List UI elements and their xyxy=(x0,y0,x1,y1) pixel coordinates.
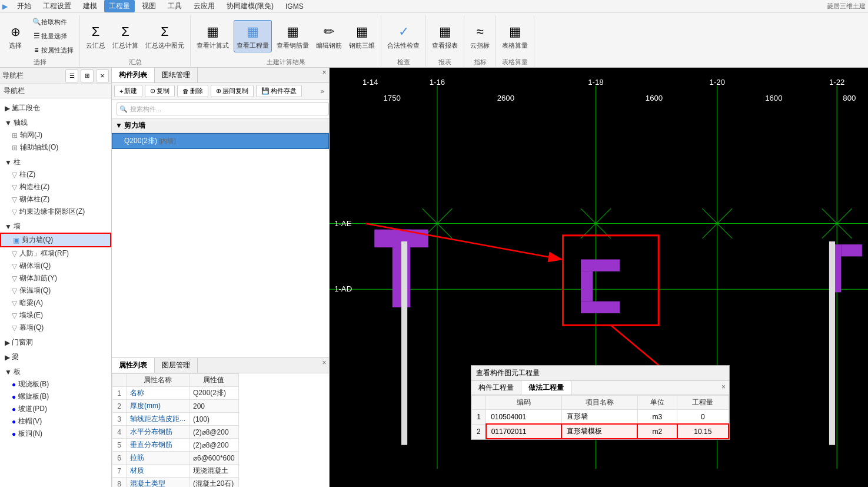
ribbon-group-label-calc: 土建计算结果 xyxy=(267,57,305,67)
tab-layer-mgmt[interactable]: 图层管理 xyxy=(155,358,198,373)
sidebar-list-btn[interactable]: ☰ xyxy=(65,69,78,82)
tab-drawing-mgmt[interactable]: 图纸管理 xyxy=(155,68,198,82)
sidebar-item-insulation-wall[interactable]: ▽ 保温墙(Q) xyxy=(0,284,111,297)
prop-row-num: 6 xyxy=(112,452,127,465)
btn-summary-selected[interactable]: Σ 汇总选中图元 xyxy=(143,21,187,52)
calc-formula-icon: ▦ xyxy=(204,22,222,41)
btn-delete-component[interactable]: 🗑 删除 xyxy=(177,85,208,97)
sidebar-item-slab-opening[interactable]: ● 板洞(N) xyxy=(0,428,111,440)
menu-collab[interactable]: 协同建模(限免) xyxy=(222,0,278,12)
prop-value[interactable]: (混凝土20石) xyxy=(189,478,239,488)
prop-value[interactable]: (2)⌀8@200 xyxy=(189,439,239,452)
tree-section-axis-header[interactable]: ▼ 轴线 xyxy=(0,117,111,129)
btn-select[interactable]: ⊕ 选择 xyxy=(4,21,27,52)
sidebar-item-cast-slab[interactable]: ● 现浇板(B) xyxy=(0,378,111,390)
comp-item-q200[interactable]: Q200(2排) [内墙] xyxy=(112,133,329,149)
menu-tools[interactable]: 工具 xyxy=(163,0,187,12)
sidebar-item-masonry-wall[interactable]: ▽ 砌体墙(Q) xyxy=(0,260,111,272)
btn-floor-copy[interactable]: ⊕ 层间复制 xyxy=(211,85,254,97)
tab-method-qty[interactable]: 做法工程量 xyxy=(521,381,571,395)
sidebar-close-btn[interactable]: × xyxy=(96,69,109,82)
sidebar-item-ramp[interactable]: ● 坡道(PD) xyxy=(0,403,111,415)
menu-engineering[interactable]: 工程量 xyxy=(104,0,135,12)
tree-section-beam-header[interactable]: ▶ 梁 xyxy=(0,351,111,363)
expand-icon[interactable]: » xyxy=(320,87,324,95)
prop-value[interactable]: (2)⌀8@200 xyxy=(189,426,239,439)
info-panel: 查看构件图元工程量 构件工程量 做法工程量 × 编码 项目名称 单位 工程量 xyxy=(471,365,730,440)
tab-component-list[interactable]: 构件列表 xyxy=(112,68,155,82)
tab-props-list[interactable]: 属性列表 xyxy=(112,358,155,373)
menu-start[interactable]: 开始 xyxy=(12,0,36,12)
svg-text:2600: 2600 xyxy=(497,94,514,102)
btn-table-qty[interactable]: ▦ 表格算量 xyxy=(500,21,530,52)
btn-view-report[interactable]: ▦ 查看报表 xyxy=(430,21,460,52)
btn-legality-check[interactable]: ✓ 合法性检查 xyxy=(385,21,422,52)
sidebar-item-aux-axis[interactable]: ⊞ 辅助轴线(O) xyxy=(0,141,111,154)
menu-cloud[interactable]: 云应用 xyxy=(189,0,220,12)
btn-edit-rebar[interactable]: ✏ 编辑钢筋 xyxy=(314,21,344,52)
sidebar-item-spiral-slab[interactable]: ● 螺旋板(B) xyxy=(0,390,111,403)
sidebar-item-hidden-beam[interactable]: ▽ 暗梁(A) xyxy=(0,297,111,309)
tree-section-axis: ▼ 轴线 ⊞ 轴网(J) ⊞ 辅助轴线(O) xyxy=(0,115,111,155)
btn-calc-formula[interactable]: ▦ 查看计算式 xyxy=(194,21,231,52)
tree-section-slab-header[interactable]: ▼ 板 xyxy=(0,366,111,378)
check-icon: ✓ xyxy=(394,22,413,41)
svg-text:1-16: 1-16 xyxy=(430,78,445,87)
sidebar-item-shear-wall[interactable]: ▣ 剪力墙(Q) xyxy=(0,233,111,247)
btn-cloud-summary[interactable]: Σ 云汇总 xyxy=(84,21,108,52)
sidebar-item-column-z[interactable]: ▽ 柱(Z) xyxy=(0,168,111,181)
props-panel-close[interactable]: × xyxy=(320,358,329,367)
btn-summary-calc[interactable]: Σ 汇总计算 xyxy=(110,21,141,52)
tree-section-wall-header[interactable]: ▼ 墙 xyxy=(0,220,111,233)
prop-value[interactable]: 现浇混凝土 xyxy=(189,465,239,478)
ribbon-group-calc: ▦ 查看计算式 ▦ 查看工程量 ▦ 查看钢筋量 ✏ 编辑钢筋 ▦ 钢筋三维 xyxy=(191,15,381,67)
menu-model[interactable]: 建模 xyxy=(78,0,102,12)
sidebar-item-wall-pier[interactable]: ▽ 墙垛(E) xyxy=(0,309,111,322)
prop-value[interactable]: ⌀6@600*600 xyxy=(189,452,239,465)
sidebar-item-masonry-col[interactable]: ▽ 砌体柱(Z) xyxy=(0,193,111,206)
sidebar-item-struct-col[interactable]: ▽ 构造柱(Z) xyxy=(0,181,111,193)
sidebar-item-masonry-reinforcement[interactable]: ▽ 砌体加筋(Y) xyxy=(0,272,111,284)
comp-section-shear-wall[interactable]: ▼ 剪力墙 xyxy=(112,119,329,133)
component-search-box[interactable]: 🔍 搜索构件... xyxy=(117,102,329,115)
prop-row-num: 5 xyxy=(112,439,127,452)
ribbon-buttons-select: ⊕ 选择 🔍 拾取构件 ☰ 批量选择 ≡ 按属性选择 xyxy=(4,15,76,57)
btn-pick[interactable]: 🔍 拾取构件 xyxy=(29,15,76,28)
info-panel-close[interactable]: × xyxy=(718,381,729,395)
btn-save-component[interactable]: 💾 构件存盘 xyxy=(256,85,302,97)
prop-value[interactable]: Q200(2排) xyxy=(189,387,239,400)
door-window-label: 门窗洞 xyxy=(12,337,33,347)
canvas-area[interactable]: 1-14 1-16 1-18 1-20 1-22 1750 2600 1600 … xyxy=(330,68,868,487)
spiral-slab-icon: ● xyxy=(12,393,16,401)
sidebar-item-curtain-wall[interactable]: ▽ 幕墙(Q) xyxy=(0,322,111,334)
btn-copy-component[interactable]: ⊙ 复制 xyxy=(145,85,175,97)
civil-def-icon: ▽ xyxy=(12,250,17,258)
sidebar-grid-btn[interactable]: ⊞ xyxy=(81,69,94,82)
btn-table-qty-label: 表格算量 xyxy=(502,41,528,50)
menu-igms[interactable]: IGMS xyxy=(281,1,308,12)
sidebar-item-constraint-zone[interactable]: ▽ 约束边缘非阴影区(Z) xyxy=(0,206,111,218)
menu-view[interactable]: 视图 xyxy=(137,0,161,12)
tab-component-qty[interactable]: 构件工程量 xyxy=(471,381,521,395)
ribbon-group-indicator: ≈ 云指标 指标 xyxy=(464,15,496,67)
tree-section-construction-header[interactable]: ▶ 施工段仓 xyxy=(0,102,111,114)
info-code: 011702011 xyxy=(486,424,562,439)
component-panel-close[interactable]: × xyxy=(320,68,329,77)
menu-project-settings[interactable]: 工程设置 xyxy=(38,0,76,12)
btn-view-rebar[interactable]: ▦ 查看钢筋量 xyxy=(274,21,311,52)
sidebar-item-civil-defense-wall[interactable]: ▽ 人防」框墙(RF) xyxy=(0,247,111,260)
prop-row-num: 1 xyxy=(112,387,127,400)
tree-section-column-header[interactable]: ▼ 柱 xyxy=(0,156,111,168)
btn-batch-select[interactable]: ☰ 批量选择 xyxy=(29,29,76,42)
sidebar-item-axis-grid[interactable]: ⊞ 轴网(J) xyxy=(0,129,111,141)
btn-view-quantity[interactable]: ▦ 查看工程量 xyxy=(234,20,272,52)
btn-prop-select[interactable]: ≡ 按属性选择 xyxy=(29,44,76,57)
prop-value[interactable]: (100) xyxy=(189,413,239,426)
btn-new-component[interactable]: + 新建 xyxy=(114,85,142,97)
btn-rebar-3d[interactable]: ▦ 钢筋三维 xyxy=(347,21,377,52)
prop-value[interactable]: 200 xyxy=(189,400,239,413)
sidebar-item-column-cap[interactable]: ● 柱帽(V) xyxy=(0,415,111,428)
tree-section-door-window-header[interactable]: ▶ 门窗洞 xyxy=(0,336,111,349)
ribbon: ⊕ 选择 🔍 拾取构件 ☰ 批量选择 ≡ 按属性选择 xyxy=(0,13,868,69)
btn-cloud-indicator[interactable]: ≈ 云指标 xyxy=(468,21,492,52)
